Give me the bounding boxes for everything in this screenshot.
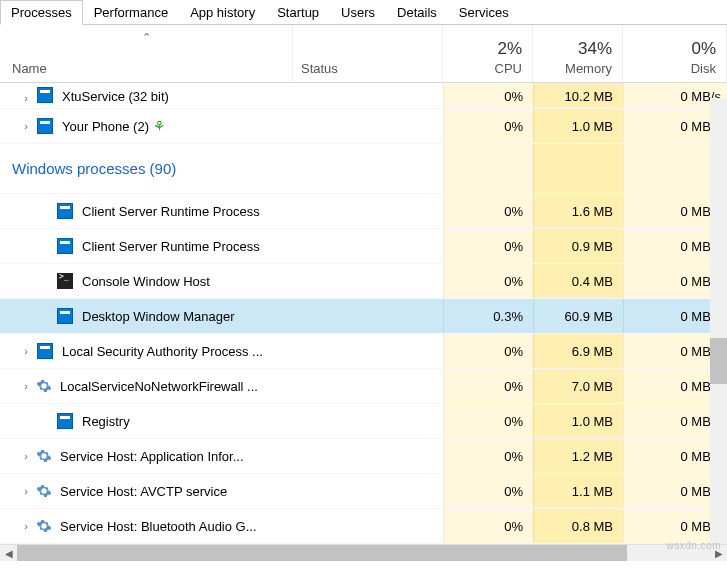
gear-icon xyxy=(36,483,52,499)
process-row[interactable]: Desktop Window Manager0.3%60.9 MB0 MB/s xyxy=(0,299,727,334)
process-cpu: 0% xyxy=(443,109,533,143)
horizontal-scroll-thumb[interactable] xyxy=(17,545,627,561)
process-cpu: 0% xyxy=(443,229,533,263)
expand-icon[interactable]: › xyxy=(18,485,34,497)
process-cpu: 0% xyxy=(443,474,533,508)
process-name-cell: Client Server Runtime Process xyxy=(0,202,443,220)
process-cpu: 0% xyxy=(443,83,533,108)
process-name: Service Host: AVCTP service xyxy=(60,484,227,499)
tab-app-history[interactable]: App history xyxy=(179,0,266,24)
process-memory: 7.0 MB xyxy=(533,369,623,403)
process-row[interactable]: ›Local Security Authority Process ...0%6… xyxy=(0,334,727,369)
memory-percent: 34% xyxy=(578,39,612,59)
process-name: Desktop Window Manager xyxy=(82,309,234,324)
group-header: Windows processes (90) xyxy=(0,144,727,194)
process-list: ›XtuService (32 bit)0%10.2 MB0 MB/s›Your… xyxy=(0,83,727,544)
column-disk[interactable]: 0% Disk xyxy=(623,25,727,82)
expand-icon[interactable]: › xyxy=(18,120,34,132)
expand-icon[interactable]: › xyxy=(18,345,34,357)
column-cpu[interactable]: 2% CPU xyxy=(443,25,533,82)
gear-icon xyxy=(36,518,52,534)
process-cpu: 0% xyxy=(443,264,533,298)
process-memory: 10.2 MB xyxy=(533,83,623,108)
expand-icon[interactable]: › xyxy=(18,380,34,392)
process-memory: 1.0 MB xyxy=(533,404,623,438)
cpu-label: CPU xyxy=(495,61,522,76)
process-name: Service Host: Bluetooth Audio G... xyxy=(60,519,257,534)
process-memory: 1.2 MB xyxy=(533,439,623,473)
process-row[interactable]: ›Service Host: Application Infor...0%1.2… xyxy=(0,439,727,474)
memory-label: Memory xyxy=(565,61,612,76)
app-icon xyxy=(36,342,54,360)
process-row[interactable]: ›XtuService (32 bit)0%10.2 MB0 MB/s xyxy=(0,83,727,109)
process-cpu: 0% xyxy=(443,369,533,403)
app-icon xyxy=(56,202,74,220)
process-row[interactable]: Console Window Host0%0.4 MB0 MB/s xyxy=(0,264,727,299)
process-row[interactable]: Client Server Runtime Process0%0.9 MB0 M… xyxy=(0,229,727,264)
app-icon xyxy=(56,412,74,430)
process-name-cell: ›Local Security Authority Process ... xyxy=(0,342,443,360)
expand-icon[interactable]: › xyxy=(18,92,34,104)
tab-processes[interactable]: Processes xyxy=(0,0,83,25)
gear-icon xyxy=(36,448,52,464)
column-headers: ⌃ Name Status 2% CPU 34% Memory 0% Disk xyxy=(0,25,727,83)
horizontal-scrollbar[interactable]: ◀ ▶ xyxy=(0,544,727,561)
process-name: Service Host: Application Infor... xyxy=(60,449,244,464)
process-name: Registry xyxy=(82,414,130,429)
column-name-label: Name xyxy=(12,61,47,76)
process-memory: 60.9 MB xyxy=(533,299,623,333)
console-icon xyxy=(56,272,74,290)
process-name: Local Security Authority Process ... xyxy=(62,344,263,359)
process-name: XtuService (32 bit) xyxy=(62,89,169,104)
tab-bar: ProcessesPerformanceApp historyStartupUs… xyxy=(0,0,727,25)
expand-icon[interactable]: › xyxy=(18,520,34,532)
process-name-cell: ›Service Host: Bluetooth Audio G... xyxy=(0,518,443,534)
process-cpu: 0% xyxy=(443,439,533,473)
process-cpu: 0% xyxy=(443,334,533,368)
column-memory[interactable]: 34% Memory xyxy=(533,25,623,82)
process-row[interactable]: ›Service Host: Bluetooth Audio G...0%0.8… xyxy=(0,509,727,544)
process-name-cell: ›XtuService (32 bit) xyxy=(0,83,443,108)
disk-label: Disk xyxy=(691,61,716,76)
process-name-cell: ›Service Host: Application Infor... xyxy=(0,448,443,464)
process-row[interactable]: Client Server Runtime Process0%1.6 MB0 M… xyxy=(0,194,727,229)
process-cpu: 0% xyxy=(443,194,533,228)
column-name[interactable]: ⌃ Name xyxy=(0,25,293,82)
horizontal-scroll-track[interactable] xyxy=(17,545,710,561)
tab-details[interactable]: Details xyxy=(386,0,448,24)
app-icon xyxy=(36,86,54,104)
process-name: LocalServiceNoNetworkFirewall ... xyxy=(60,379,258,394)
vertical-scroll-thumb[interactable] xyxy=(710,338,727,384)
tab-performance[interactable]: Performance xyxy=(83,0,179,24)
expand-icon[interactable]: › xyxy=(18,450,34,462)
app-icon xyxy=(36,117,54,135)
vertical-scrollbar[interactable] xyxy=(710,98,727,555)
process-name-cell: Console Window Host xyxy=(0,272,443,290)
process-memory: 1.1 MB xyxy=(533,474,623,508)
column-status-label: Status xyxy=(301,61,338,76)
process-name: Your Phone (2) xyxy=(62,119,149,134)
process-name: Client Server Runtime Process xyxy=(82,204,260,219)
scroll-left-icon[interactable]: ◀ xyxy=(0,545,17,562)
process-row[interactable]: ›Service Host: AVCTP service0%1.1 MB0 MB… xyxy=(0,474,727,509)
process-row[interactable]: ›LocalServiceNoNetworkFirewall ...0%7.0 … xyxy=(0,369,727,404)
process-memory: 0.4 MB xyxy=(533,264,623,298)
process-cpu: 0% xyxy=(443,509,533,543)
gear-icon xyxy=(36,378,52,394)
tab-startup[interactable]: Startup xyxy=(266,0,330,24)
tab-services[interactable]: Services xyxy=(448,0,520,24)
process-memory: 0.9 MB xyxy=(533,229,623,263)
app-icon xyxy=(56,307,74,325)
tab-users[interactable]: Users xyxy=(330,0,386,24)
column-status[interactable]: Status xyxy=(293,25,443,82)
process-name-cell: Client Server Runtime Process xyxy=(0,237,443,255)
app-icon xyxy=(56,237,74,255)
process-name-cell: ›LocalServiceNoNetworkFirewall ... xyxy=(0,378,443,394)
process-row[interactable]: Registry0%1.0 MB0 MB/s xyxy=(0,404,727,439)
process-name-cell: Registry xyxy=(0,412,443,430)
sort-indicator-icon: ⌃ xyxy=(142,31,151,44)
process-name-cell: Desktop Window Manager xyxy=(0,307,443,325)
leaf-icon: ⚘ xyxy=(153,118,166,134)
process-row[interactable]: ›Your Phone (2)⚘0%1.0 MB0 MB/s xyxy=(0,109,727,144)
process-memory: 6.9 MB xyxy=(533,334,623,368)
